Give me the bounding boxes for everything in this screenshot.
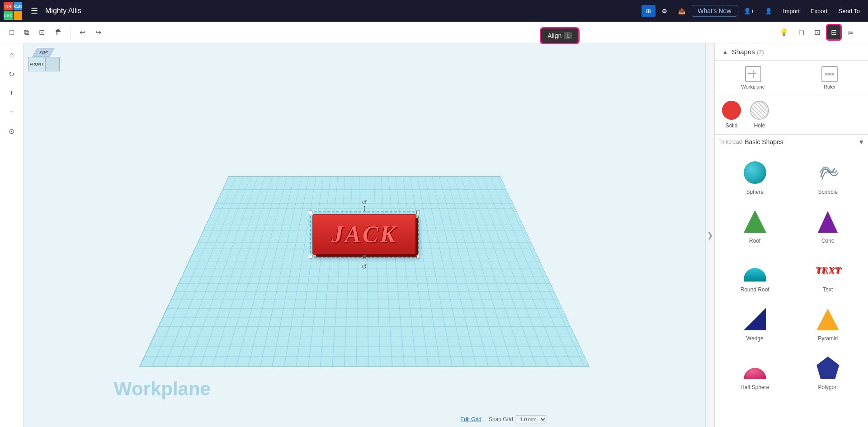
workplane-label-btn: Workplane (741, 84, 765, 89)
copy-button[interactable]: ⧉ (20, 25, 33, 40)
shape-item-polygon[interactable]: Polygon (793, 350, 863, 395)
selection-box: ↕ JACK (310, 211, 419, 257)
align-button[interactable]: ⊟ (826, 24, 842, 41)
tinkercad-logo: TIN KER CAD (4, 2, 22, 20)
hamburger-button[interactable]: ☰ (27, 4, 42, 18)
workplane-svg (748, 69, 759, 80)
polygon-name: Polygon (818, 384, 838, 390)
view-cube[interactable]: TOP FRONT (27, 47, 60, 80)
helper-buttons-row: Workplane Ruler (715, 61, 868, 95)
pyramid-visual (816, 309, 839, 330)
user-avatar-button[interactable]: 👤 (760, 5, 777, 17)
logo-ker: KER (14, 2, 22, 10)
ruler-label-btn: Ruler (824, 84, 835, 89)
undo-button[interactable]: ↩ (75, 25, 90, 40)
mirror-button[interactable]: ⫢ (844, 24, 859, 41)
note-button[interactable]: ◻ (794, 24, 808, 41)
cone-visual (818, 211, 838, 233)
panel-collapse-divider[interactable]: ❯ (705, 43, 714, 427)
logo-cad-y (14, 11, 22, 20)
zoom-in-button[interactable]: + (4, 85, 20, 101)
zoom-out-button[interactable]: − (4, 104, 20, 120)
halfsphere-visual (744, 368, 766, 379)
shapes-title: Shapes (2) (732, 48, 764, 56)
rotate-handle-bottom[interactable]: ↺ (362, 263, 367, 270)
hole-label: Hole (754, 122, 765, 129)
right-panel: ▲ Shapes (2) Workplane (714, 43, 868, 427)
toolbar-separator-1 (71, 26, 71, 39)
align-shortcut: L (564, 32, 572, 39)
shape-item-text[interactable]: TEXT Text (793, 252, 863, 297)
text3d-name: Text (823, 286, 833, 293)
category-dropdown-button[interactable]: ▼ (858, 138, 864, 145)
cube-side-face[interactable] (45, 57, 60, 71)
roundroof-icon (741, 257, 769, 284)
shapes-grid: Sphere Scribble (718, 153, 864, 397)
new-design-button[interactable]: □ (5, 25, 18, 40)
move-arrows: ↕ (363, 203, 367, 212)
snap-grid-dropdown[interactable]: 1.0 mm 0.5 mm 2.0 mm (515, 415, 547, 423)
jack-object-container[interactable]: ↺ ↕ JACK ↺ (310, 211, 419, 257)
fit-view-button[interactable]: ⊙ (4, 123, 20, 139)
duplicate-button[interactable]: ⊡ (35, 25, 49, 40)
workplane-helper-button[interactable]: Workplane (715, 64, 792, 91)
topbar-right: ⊞ ⚙ 📤 What's New 👤+ 👤 Import Export Send… (642, 5, 864, 17)
import-button[interactable]: Import (778, 5, 804, 17)
handle-tr[interactable] (416, 210, 420, 214)
roundroof-name: Round Roof (741, 286, 769, 293)
send-to-button[interactable]: Send To (834, 5, 864, 17)
cone-icon (814, 208, 841, 235)
solid-type-item[interactable]: Solid (722, 101, 741, 129)
delete-button[interactable]: 🗑 (51, 25, 66, 40)
jack-text: JACK (331, 221, 397, 248)
text3d-icon: TEXT (814, 257, 841, 284)
handle-tl[interactable] (309, 210, 312, 214)
shapes-collapse-button[interactable]: ▲ (722, 48, 728, 56)
topbar: TIN KER CAD ☰ Mighty Allis ⊞ ⚙ 📤 What's … (0, 0, 868, 22)
add-user-button[interactable]: 👤+ (739, 5, 759, 17)
handle-bl[interactable] (309, 254, 312, 258)
grid-view-button[interactable]: ⊞ (642, 5, 656, 17)
whats-new-button[interactable]: What's New (692, 5, 737, 17)
export-button[interactable]: Export (806, 5, 832, 17)
light-button[interactable]: 💡 (775, 24, 793, 41)
hole-type-item[interactable]: Hole (750, 101, 769, 129)
ruler-helper-button[interactable]: Ruler (792, 64, 868, 91)
pyramid-icon (814, 305, 841, 333)
shape-item-cone[interactable]: Cone (793, 203, 863, 249)
svg-rect-0 (748, 73, 756, 74)
shape-item-roof[interactable]: Roof (720, 203, 790, 249)
svg-rect-1 (753, 70, 754, 78)
handle-bm[interactable] (363, 254, 366, 258)
shape-item-wedge[interactable]: Wedge (720, 301, 790, 346)
handle-br[interactable] (416, 254, 420, 258)
tools-button[interactable]: ⚙ (657, 5, 672, 17)
shape-item-pyramid[interactable]: Pyramid (793, 301, 863, 346)
jack-3d-object[interactable]: JACK (312, 214, 416, 254)
group-button[interactable]: ⊡ (810, 24, 824, 41)
sphere-name: Sphere (746, 189, 764, 195)
viewport[interactable]: TOP FRONT Workplane ↺ ↕ JACK (24, 43, 705, 427)
sphere-visual (744, 161, 766, 184)
category-name-label: Basic Shapes (745, 138, 783, 145)
shape-type-selector: Solid Hole (715, 95, 868, 135)
home-view-button[interactable]: ⌂ (4, 47, 20, 63)
redo-button[interactable]: ↪ (91, 25, 105, 40)
edit-grid-label[interactable]: Edit Grid (460, 416, 481, 422)
shape-item-halfsphere[interactable]: Half Sphere (720, 350, 790, 395)
shape-item-roundroof[interactable]: Round Roof (720, 252, 790, 297)
shape-item-sphere[interactable]: Sphere (720, 155, 790, 200)
snap-grid-label: Snap Grid (489, 416, 513, 422)
orbit-button[interactable]: ↻ (4, 66, 20, 82)
cube-front-face[interactable]: FRONT (28, 57, 45, 71)
toolbar: □ ⧉ ⊡ 🗑 ↩ ↪ 💡 ◻ ⊡ ⊟ ⫢ (0, 22, 868, 43)
wedge-name: Wedge (746, 335, 764, 342)
polygon-icon (814, 354, 841, 381)
toolbar-right-group: 💡 ◻ ⊡ ⊟ ⫢ (775, 24, 863, 41)
export-button-top[interactable]: 📤 (674, 5, 690, 17)
shape-item-scribble[interactable]: Scribble (793, 155, 863, 200)
shapes-header: ▲ Shapes (2) (715, 43, 868, 61)
halfsphere-icon (741, 354, 769, 381)
bottom-status: Edit Grid Snap Grid 1.0 mm 0.5 mm 2.0 mm (460, 415, 547, 423)
cube-top-face[interactable]: TOP (32, 48, 55, 57)
